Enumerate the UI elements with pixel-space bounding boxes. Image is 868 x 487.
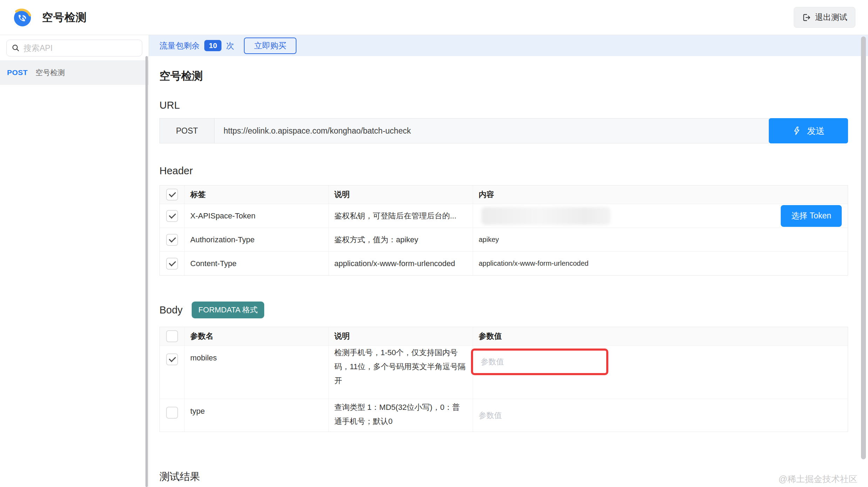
column-header-desc: 说明 — [329, 185, 473, 204]
checkbox-mobiles-row[interactable] — [166, 353, 178, 365]
header-key: Authorization-Type — [185, 228, 329, 251]
quota-count-badge: 10 — [204, 40, 221, 51]
mobiles-value-input-highlighted[interactable] — [471, 349, 608, 375]
checkbox-content-type-row[interactable] — [166, 258, 178, 270]
redacted-token-value[interactable] — [481, 207, 610, 225]
param-name: mobiles — [185, 346, 329, 399]
checkbox-select-all-body[interactable] — [166, 330, 178, 342]
table-row-auth-type: Authorization-Type 鉴权方式，值为：apikey apikey — [160, 228, 848, 251]
sidebar-item-konghao-api[interactable]: POST 空号检测 — [0, 60, 149, 85]
url-input-wrap — [214, 118, 769, 143]
formdata-format-badge: FORMDATA 格式 — [192, 302, 264, 318]
send-button[interactable]: 发送 — [769, 118, 848, 143]
column-param-value: 参数值 — [473, 327, 848, 345]
lightning-icon — [792, 126, 801, 135]
url-row: POST 发送 — [159, 118, 848, 143]
choose-token-button[interactable]: 选择 Token — [781, 205, 842, 227]
quota-unit: 次 — [226, 40, 234, 51]
header-key: X-APISpace-Token — [185, 204, 329, 228]
type-value-input-wrap[interactable] — [473, 399, 591, 432]
header-desc: application/x-www-form-urlencoded — [329, 252, 473, 275]
checkbox-select-all-header[interactable] — [166, 189, 178, 201]
column-header-label: 标签 — [185, 185, 329, 204]
column-header-value: 内容 — [473, 185, 848, 204]
page-scrollbar[interactable] — [861, 36, 866, 459]
param-desc: 检测手机号，1-50个，仅支持国内号码，11位，多个号码用英文半角逗号隔开 — [329, 346, 473, 399]
header-table-head: 标签 说明 内容 — [160, 185, 848, 204]
header-section-heading: Header — [159, 165, 848, 177]
checkbox-token-row[interactable] — [166, 210, 178, 222]
header-table: 标签 说明 内容 X-APISpace-Token 鉴权私钥，可登陆后在管理后台… — [159, 185, 848, 276]
url-input[interactable] — [214, 126, 768, 136]
result-section-heading: 测试结果 — [159, 470, 848, 484]
type-value-input[interactable] — [479, 411, 591, 420]
app-header: 空号检测 退出测试 — [0, 0, 868, 35]
buy-now-button[interactable]: 立即购买 — [244, 38, 296, 54]
table-row-mobiles: mobiles 检测手机号，1-50个，仅支持国内号码，11位，多个号码用英文半… — [160, 345, 848, 399]
logout-icon — [802, 13, 811, 22]
app-logo-phone-icon — [13, 7, 33, 28]
param-name: type — [185, 399, 329, 432]
body-section-head: Body FORMDATA 格式 — [159, 302, 848, 318]
watermark: @稀土掘金技术社区 — [779, 473, 857, 485]
sidebar-scrollbar[interactable] — [145, 56, 148, 487]
header-desc: 鉴权方式，值为：apikey — [329, 228, 473, 251]
exit-test-button[interactable]: 退出测试 — [794, 7, 855, 28]
quota-bar: 流量包剩余 10 次 立即购买 — [149, 35, 868, 56]
app-title: 空号检测 — [42, 10, 87, 25]
checkbox-auth-row[interactable] — [166, 234, 178, 246]
header-value[interactable]: application/x-www-form-urlencoded — [473, 252, 848, 275]
header-key: Content-Type — [185, 252, 329, 275]
page-title: 空号检测 — [159, 69, 848, 83]
header-desc: 鉴权私钥，可登陆后在管理后台的... — [329, 204, 473, 228]
param-value-cell — [473, 399, 848, 432]
url-section-heading: URL — [159, 100, 848, 111]
table-row-content-type: Content-Type application/x-www-form-urle… — [160, 251, 848, 275]
send-label: 发送 — [807, 125, 825, 137]
main-panel: 流量包剩余 10 次 立即购买 空号检测 URL POST 发送 Head — [149, 35, 868, 487]
header-value[interactable]: apikey — [473, 228, 848, 251]
checkbox-type-row[interactable] — [166, 407, 178, 419]
search-box[interactable] — [6, 40, 142, 56]
exit-test-label: 退出测试 — [815, 12, 847, 23]
api-sidebar: POST 空号检测 — [0, 35, 149, 487]
quota-prefix: 流量包剩余 — [159, 40, 200, 51]
sidebar-item-label: 空号检测 — [35, 68, 65, 77]
table-row-type: type 查询类型 1：MD5(32位小写)，0：普通手机号；默认0 — [160, 399, 848, 432]
param-desc: 查询类型 1：MD5(32位小写)，0：普通手机号；默认0 — [329, 399, 473, 432]
body-table-head: 参数名 说明 参数值 — [160, 327, 848, 345]
mobiles-value-input[interactable] — [481, 357, 593, 366]
search-icon — [12, 44, 20, 52]
table-row-token: X-APISpace-Token 鉴权私钥，可登陆后在管理后台的... 选择 T… — [160, 204, 848, 228]
method-box: POST — [159, 118, 214, 143]
body-table: 参数名 说明 参数值 mobiles 检测手机号，1-50个，仅支持国内号码，1… — [159, 327, 848, 432]
body-section-heading: Body — [159, 304, 183, 316]
header-value-cell: 选择 Token — [473, 204, 848, 228]
api-test-content: 空号检测 URL POST 发送 Header 标签 — [149, 69, 868, 484]
param-value-cell — [473, 346, 848, 399]
column-param-desc: 说明 — [329, 327, 473, 345]
search-input[interactable] — [23, 43, 137, 53]
column-param-name: 参数名 — [185, 327, 329, 345]
http-method-tag: POST — [7, 68, 28, 77]
